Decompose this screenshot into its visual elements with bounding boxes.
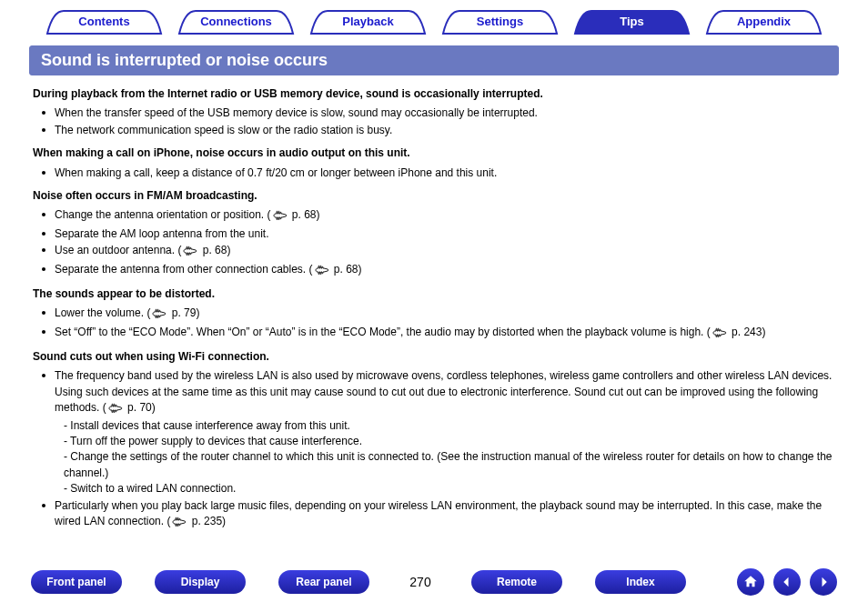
rear-panel-button[interactable]: Rear panel: [278, 570, 369, 594]
list-item: When the transfer speed of the USB memor…: [45, 105, 835, 121]
next-page-icon[interactable]: [810, 568, 837, 596]
bullet-list: Change the antenna orientation or positi…: [33, 207, 835, 279]
list-item: Use an outdoor antenna. ( p. 68): [45, 243, 835, 260]
tab-playback[interactable]: Playback: [302, 9, 434, 35]
tab-settings[interactable]: Settings: [434, 9, 566, 35]
bullet-list: When making a call, keep a distance of 0…: [33, 166, 835, 181]
content-area: During playback from the Internet radio …: [33, 86, 835, 531]
tab-tips[interactable]: Tips: [566, 9, 698, 35]
sub-line: - Switch to a wired LAN connection.: [55, 481, 835, 497]
section-heading: The sounds appear to be distorted.: [33, 286, 835, 302]
bullet-list: The frequency band used by the wireless …: [33, 368, 835, 531]
tab-contents[interactable]: Contents: [38, 9, 170, 35]
bullet-list: When the transfer speed of the USB memor…: [33, 105, 835, 138]
page-title: Sound is interrupted or noise occurs: [29, 45, 839, 75]
index-button[interactable]: Index: [595, 570, 686, 594]
list-item: Separate the AM loop antenna from the un…: [45, 226, 835, 242]
reference-icon: [315, 264, 329, 279]
tab-connections[interactable]: Connections: [170, 9, 302, 35]
list-item: Set “Off” to the “ECO Mode”. When “On” o…: [45, 325, 835, 342]
section-heading: During playback from the Internet radio …: [33, 86, 835, 102]
reference-icon: [712, 326, 727, 342]
list-item: Lower the volume. ( p. 79): [45, 306, 835, 323]
bullet-list: Lower the volume. ( p. 79)Set “Off” to t…: [33, 306, 835, 342]
display-button[interactable]: Display: [155, 570, 246, 594]
sub-line: - Turn off the power supply to devices t…: [55, 434, 835, 449]
list-item: When making a call, keep a distance of 0…: [45, 166, 835, 181]
section-heading: When making a call on iPhone, noise occu…: [33, 145, 835, 161]
reference-icon: [273, 209, 288, 225]
sub-line: - Install devices that cause interferenc…: [55, 418, 835, 434]
reference-icon: [172, 516, 187, 531]
remote-button[interactable]: Remote: [471, 570, 562, 594]
reference-icon: [152, 307, 167, 323]
list-item: The frequency band used by the wireless …: [45, 368, 835, 497]
list-item: Separate the antenna from other connecti…: [45, 262, 835, 279]
list-item: Particularly when you play back large mu…: [45, 498, 835, 532]
front-panel-button[interactable]: Front panel: [31, 570, 122, 594]
reference-icon: [108, 402, 123, 417]
bottom-nav: Front panel Display Rear panel 270 Remot…: [0, 568, 868, 596]
sub-line: - Change the settings of the router chan…: [55, 449, 835, 481]
section-heading: Noise often occurs in FM/AM broadcasting…: [33, 188, 835, 204]
tab-bar: ContentsConnectionsPlaybackSettingsTipsA…: [18, 9, 850, 35]
reference-icon: [183, 245, 197, 260]
list-item: The network communication speed is slow …: [45, 123, 835, 138]
section-heading: Sound cuts out when using Wi-Fi connecti…: [33, 349, 835, 365]
list-item: Change the antenna orientation or positi…: [45, 207, 835, 225]
tab-appendix[interactable]: Appendix: [698, 9, 830, 35]
page-number: 270: [402, 575, 439, 589]
prev-page-icon[interactable]: [773, 568, 801, 596]
home-icon[interactable]: [737, 568, 764, 596]
